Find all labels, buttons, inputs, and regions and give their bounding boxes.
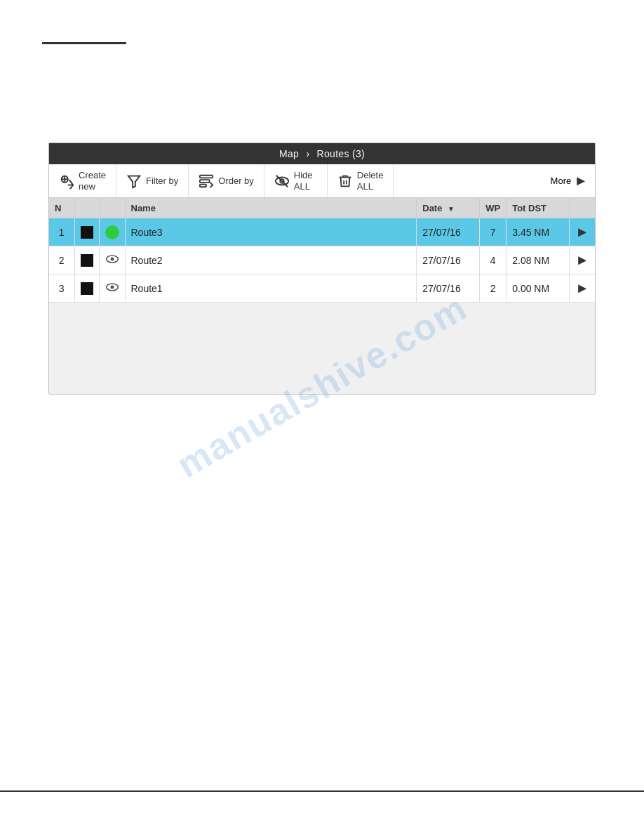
svg-rect-5 — [200, 175, 213, 178]
col-header-totdst: Tot DST — [507, 198, 570, 218]
bottom-decorative-line — [0, 790, 644, 792]
cell-date: 27/07/16 — [417, 218, 480, 246]
title-bar: Map › Routes (3) — [49, 143, 595, 164]
col-header-name: Name — [125, 198, 417, 218]
cell-n: 1 — [49, 218, 74, 246]
hide-icon — [274, 173, 290, 189]
eye-icon — [105, 283, 119, 295]
cell-date: 27/07/16 — [417, 246, 480, 274]
hide-all-button[interactable]: Hide ALL — [264, 164, 328, 197]
cell-n: 3 — [49, 274, 74, 303]
empty-area — [49, 303, 595, 394]
eye-icon — [105, 255, 119, 267]
detail-chevron-icon: ► — [575, 224, 589, 239]
cell-visibility[interactable] — [99, 274, 125, 303]
delete-icon — [337, 173, 353, 189]
svg-rect-7 — [200, 184, 206, 187]
cell-wp: 4 — [480, 246, 507, 274]
create-new-label: Create new — [79, 170, 106, 192]
svg-point-14 — [110, 285, 114, 289]
cell-name: Route1 — [125, 274, 417, 303]
more-chevron-icon: ► — [574, 173, 588, 189]
hide-all-label: Hide ALL — [294, 170, 313, 192]
detail-chevron-icon: ► — [575, 280, 589, 296]
sort-arrow-icon: ▼ — [448, 205, 455, 213]
create-new-button[interactable]: Create new — [49, 164, 116, 197]
cell-visibility[interactable] — [99, 218, 125, 246]
color-swatch — [81, 282, 93, 295]
cell-tot-dst: 3.45 NM — [507, 218, 570, 246]
cell-visibility[interactable] — [99, 246, 125, 274]
routes-table: N Name Date ▼ WP Tot DST 1Route327/07/16… — [49, 198, 595, 303]
toolbar: Create new Filter by — [49, 164, 595, 198]
more-label: More — [551, 176, 572, 186]
cell-color[interactable] — [74, 218, 99, 246]
create-icon — [59, 173, 74, 189]
color-swatch — [81, 226, 93, 239]
order-by-button[interactable]: Order by — [189, 164, 264, 197]
col-header-n: N — [49, 198, 74, 218]
filter-icon — [126, 173, 142, 189]
detail-chevron-icon: ► — [575, 252, 589, 267]
col-header-color — [74, 198, 99, 218]
filter-by-button[interactable]: Filter by — [116, 164, 189, 197]
cell-detail-arrow[interactable]: ► — [570, 274, 595, 303]
col-header-action — [570, 198, 595, 218]
order-by-label: Order by — [218, 176, 254, 187]
cell-wp: 2 — [480, 274, 507, 303]
breadcrumb-routes: Routes (3) — [317, 148, 365, 159]
table-row[interactable]: 1Route327/07/1673.45 NM► — [49, 218, 595, 246]
cell-name: Route3 — [125, 218, 417, 246]
cell-color[interactable] — [74, 246, 99, 274]
delete-all-button[interactable]: Delete ALL — [328, 164, 394, 197]
svg-rect-6 — [200, 180, 210, 183]
table-row[interactable]: 3 Route127/07/1620.00 NM► — [49, 274, 595, 303]
cell-n: 2 — [49, 246, 74, 274]
cell-name: Route2 — [125, 246, 417, 274]
cell-tot-dst: 2.08 NM — [507, 246, 570, 274]
svg-marker-4 — [128, 176, 140, 187]
cell-date: 27/07/16 — [417, 274, 480, 303]
order-icon — [199, 173, 214, 189]
top-decorative-line — [42, 42, 126, 44]
col-header-date[interactable]: Date ▼ — [417, 198, 480, 218]
more-button[interactable]: More ► — [539, 164, 595, 197]
filter-by-label: Filter by — [146, 176, 178, 187]
col-header-wp: WP — [480, 198, 507, 218]
page-wrapper: Map › Routes (3) Create — [0, 0, 644, 834]
cell-detail-arrow[interactable]: ► — [570, 218, 595, 246]
col-header-vis — [99, 198, 125, 218]
table-row[interactable]: 2 Route227/07/1642.08 NM► — [49, 246, 595, 274]
cell-detail-arrow[interactable]: ► — [570, 246, 595, 274]
breadcrumb-separator: › — [306, 148, 309, 159]
breadcrumb-map: Map — [279, 148, 299, 159]
cell-tot-dst: 0.00 NM — [507, 274, 570, 303]
cell-wp: 7 — [480, 218, 507, 246]
table-header-row: N Name Date ▼ WP Tot DST — [49, 198, 595, 218]
active-indicator — [105, 225, 119, 239]
routes-panel: Map › Routes (3) Create — [48, 143, 596, 395]
svg-point-12 — [110, 257, 114, 260]
color-swatch — [81, 254, 93, 267]
delete-all-label: Delete ALL — [357, 170, 384, 192]
cell-color[interactable] — [74, 274, 99, 303]
